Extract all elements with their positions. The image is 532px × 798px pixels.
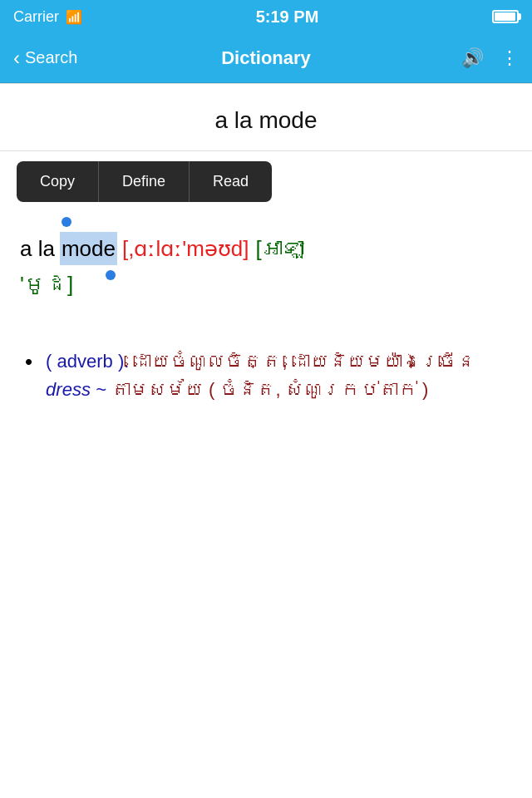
main-content: a la mode [,ɑːlɑː'məʊd] [អាឡា 'មូដ] • ( … (0, 232, 532, 405)
page-title: Dictionary (182, 47, 351, 69)
carrier-label: Carrier (13, 8, 59, 26)
definition-body-1: ដោយចំណូលចិត្ត, ដោយនិយមយ៉ាងច្រើន (129, 351, 475, 372)
back-label: Search (25, 48, 77, 67)
word-khmer-1: [អាឡា (256, 234, 305, 264)
definition-section: • ( adverb ). ដោយចំណូលចិត្ត, ដោយនិយមយ៉ាង… (17, 347, 515, 404)
context-menu: Copy Define Read (17, 161, 272, 202)
read-button[interactable]: Read (190, 161, 272, 202)
battery-icon (492, 10, 519, 23)
status-time: 5:19 PM (256, 7, 319, 27)
speaker-icon[interactable]: 🔊 (461, 47, 484, 69)
selection-handle-top (62, 217, 71, 227)
chevron-left-icon: ‹ (13, 47, 20, 70)
word-phonetic: [,ɑːlɑː'məʊd] (122, 234, 249, 264)
word-line-2: 'មូដ] (17, 272, 515, 298)
definition-text: ( adverb ). ដោយចំណូលចិត្ត, ដោយនិយមយ៉ាងច្… (46, 347, 507, 404)
word-selected[interactable]: mode (60, 232, 117, 265)
status-carrier: Carrier 📶 (13, 8, 82, 26)
wifi-icon: 📶 (66, 9, 82, 25)
back-button[interactable]: ‹ Search (13, 47, 182, 70)
definition-body-2: តាមសម័យ ( ចំនិត, សំណូរកប់តាក់ ) (106, 379, 428, 400)
status-battery (492, 10, 519, 23)
selected-word: mode (62, 236, 116, 261)
word-khmer-2: 'មូដ] (20, 272, 73, 297)
part-of-speech: ( adverb ). (46, 351, 129, 372)
context-menu-section: Copy Define Read (0, 151, 532, 202)
nav-actions: 🔊 ⋮ (350, 47, 519, 69)
define-button[interactable]: Define (99, 161, 190, 202)
status-bar: Carrier 📶 5:19 PM (0, 0, 532, 33)
word-line: a la mode [,ɑːlɑː'məʊd] [អាឡា (17, 232, 515, 265)
word-title: a la mode (215, 107, 318, 133)
definition-item: • ( adverb ). ដោយចំណូលចិត្ត, ដោយនិយមយ៉ាង… (25, 347, 507, 404)
word-title-container: a la mode (0, 84, 532, 150)
word-prefix: a la (20, 234, 55, 264)
more-options-icon[interactable]: ⋮ (500, 47, 519, 69)
navigation-bar: ‹ Search Dictionary 🔊 ⋮ (0, 33, 532, 83)
copy-button[interactable]: Copy (17, 161, 99, 202)
italic-word: dress ~ (46, 379, 106, 400)
bullet-icon: • (25, 349, 32, 375)
